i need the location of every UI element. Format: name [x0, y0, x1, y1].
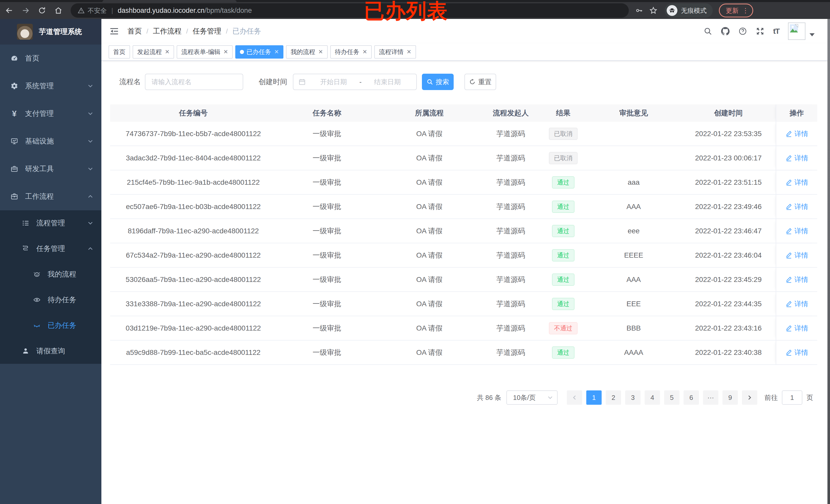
breadcrumb-workflow[interactable]: 工作流程	[153, 26, 182, 36]
close-icon[interactable]: ✕	[165, 49, 169, 55]
sidebar-item-devtools[interactable]: 研发工具	[0, 155, 101, 183]
col-starter: 流程发起人	[481, 104, 540, 122]
bookmark-star-icon[interactable]	[649, 6, 658, 14]
create-time: 2022-01-22 23:40:38	[681, 340, 776, 364]
start-date-placeholder[interactable]: 开始日期	[310, 77, 357, 87]
back-icon[interactable]	[2, 3, 17, 18]
gear-icon	[10, 82, 19, 90]
sidebar-item-process-mgmt[interactable]: 流程管理	[0, 210, 101, 236]
browser-active-tab[interactable]	[102, 0, 236, 2]
table-row: 331e3388-7b9a-11ec-a290-acde48001122 一级审…	[110, 292, 817, 316]
task-name: 一级审批	[277, 122, 377, 145]
sidebar-item-workflow[interactable]: 工作流程	[0, 183, 101, 210]
avatar-caret-icon[interactable]	[809, 33, 815, 36]
github-icon[interactable]	[721, 27, 730, 36]
process-name: OA 请假	[377, 146, 481, 170]
home-icon[interactable]	[51, 3, 66, 18]
detail-button[interactable]: 详情	[785, 251, 808, 260]
page-button-2[interactable]: 2	[606, 391, 621, 405]
sidebar-item-label: 研发工具	[25, 164, 54, 174]
reload-icon[interactable]	[35, 3, 49, 18]
tab-home[interactable]: 首页	[108, 45, 130, 59]
tab-label: 发起流程	[137, 48, 162, 56]
close-icon[interactable]: ✕	[318, 49, 323, 55]
close-icon[interactable]: ✕	[407, 49, 411, 55]
help-icon[interactable]	[738, 27, 747, 36]
tab-label: 我的流程	[291, 48, 315, 56]
sidebar-item-infra[interactable]: 基础设施	[0, 127, 101, 155]
detail-button[interactable]: 详情	[785, 324, 808, 333]
sidebar-item-label: 待办任务	[47, 295, 76, 305]
sidebar-item-home[interactable]: 首页	[0, 44, 101, 72]
sidebar-item-label: 首页	[25, 54, 39, 63]
done-task-table: 任务编号 任务名称 所属流程 流程发起人 结果 审批意见 创建时间 操作 747…	[110, 104, 817, 365]
page-button-5[interactable]: 5	[664, 391, 679, 405]
process-name-input[interactable]	[145, 74, 243, 90]
close-icon[interactable]: ✕	[362, 49, 367, 55]
detail-button[interactable]: 详情	[785, 178, 808, 187]
close-icon[interactable]: ✕	[223, 49, 228, 55]
next-page-button[interactable]	[742, 391, 757, 405]
page-button-4[interactable]: 4	[645, 391, 660, 405]
tab-form-edit[interactable]: 流程表单-编辑✕	[177, 45, 232, 59]
browser-menu-icon[interactable]: ⋮	[742, 7, 749, 14]
page-button-3[interactable]: 3	[625, 391, 641, 405]
date-range-picker[interactable]: 开始日期 - 结束日期	[293, 74, 417, 90]
tab-todo-tasks[interactable]: 待办任务✕	[330, 45, 372, 59]
yen-icon: ¥	[10, 109, 19, 118]
logo-area[interactable]: 芋道管理系统	[0, 19, 101, 44]
page-button-9[interactable]: 9	[723, 391, 738, 405]
detail-button[interactable]: 详情	[785, 202, 808, 211]
password-key-icon[interactable]	[635, 6, 643, 14]
sidebar-item-system[interactable]: 系统管理	[0, 72, 101, 100]
search-icon[interactable]	[704, 27, 712, 36]
breadcrumb-separator: /	[147, 27, 148, 35]
process-name: OA 请假	[377, 122, 481, 145]
col-process: 所属流程	[377, 104, 481, 122]
tab-process-detail[interactable]: 流程详情✕	[374, 45, 416, 59]
page-more-button[interactable]: ···	[703, 391, 719, 405]
detail-button[interactable]: 详情	[785, 227, 808, 236]
search-button[interactable]: 搜索	[422, 74, 454, 90]
avatar[interactable]	[788, 23, 805, 40]
detail-button[interactable]: 详情	[785, 348, 808, 357]
sidebar-item-done-tasks[interactable]: 已办任务	[0, 313, 101, 338]
url-bar[interactable]: 不安全 | dashboard.yudao.iocoder.cn /bpm/ta…	[71, 3, 629, 18]
breadcrumb-task-mgmt[interactable]: 任务管理	[193, 26, 221, 36]
create-time: 2022-01-23 00:06:17	[681, 146, 776, 170]
breadcrumb-home[interactable]: 首页	[127, 26, 142, 36]
prev-page-button[interactable]	[567, 391, 582, 405]
forward-icon[interactable]	[19, 3, 33, 18]
sidebar-toggle-icon[interactable]	[108, 26, 120, 37]
sidebar-item-leave-query[interactable]: 请假查询	[0, 338, 101, 364]
page-button-6[interactable]: 6	[683, 391, 699, 405]
detail-button[interactable]: 详情	[785, 299, 808, 308]
close-icon[interactable]: ✕	[274, 49, 279, 55]
fullscreen-icon[interactable]	[756, 27, 764, 36]
navbar: 首页 / 工作流程 / 任务管理 / 已办任务 tT	[101, 19, 830, 43]
page-button-1[interactable]: 1	[586, 391, 602, 405]
detail-label: 详情	[794, 227, 808, 236]
page-size-select[interactable]: 10条/页	[506, 391, 557, 405]
tab-label: 首页	[113, 48, 125, 56]
goto-page-input[interactable]	[782, 391, 802, 405]
sidebar-item-my-process[interactable]: 我的流程	[0, 262, 101, 287]
sidebar-item-todo-tasks[interactable]: 待办任务	[0, 287, 101, 313]
end-date-placeholder[interactable]: 结束日期	[363, 77, 411, 87]
reset-button[interactable]: 重置	[465, 74, 496, 90]
update-button[interactable]: 更新 ⋮	[719, 4, 753, 18]
tab-done-tasks[interactable]: 已办任务✕	[235, 45, 283, 59]
breadcrumb: 首页 / 工作流程 / 任务管理 / 已办任务	[127, 26, 261, 36]
sidebar-item-task-mgmt[interactable]: 任务管理	[0, 236, 101, 262]
process-name: OA 请假	[377, 195, 481, 219]
font-size-icon[interactable]: tT	[773, 27, 779, 36]
window-edge	[827, 19, 830, 504]
tab-my-process[interactable]: 我的流程✕	[286, 45, 327, 59]
goto-label: 前往	[764, 393, 778, 402]
opinion: BBB	[586, 316, 681, 340]
sidebar-item-payment[interactable]: ¥ 支付管理	[0, 100, 101, 127]
detail-button[interactable]: 详情	[785, 129, 808, 138]
detail-button[interactable]: 详情	[785, 154, 808, 163]
detail-button[interactable]: 详情	[785, 275, 808, 284]
tab-start-process[interactable]: 发起流程✕	[133, 45, 174, 59]
